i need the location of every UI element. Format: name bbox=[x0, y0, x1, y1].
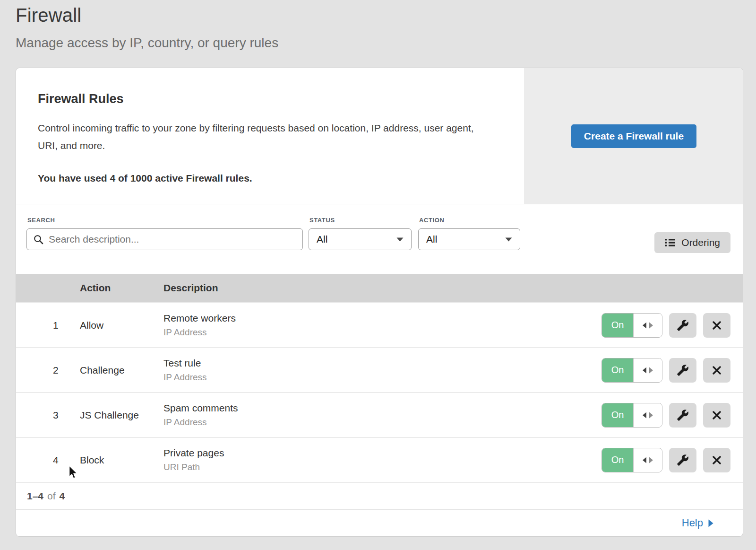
rule-description: Test rule bbox=[163, 358, 601, 369]
rule-description-cell: Test rule IP Address bbox=[163, 358, 601, 383]
delete-rule-button[interactable] bbox=[703, 313, 730, 338]
edit-rule-button[interactable] bbox=[669, 448, 696, 472]
search-box bbox=[26, 228, 303, 250]
table-row: 4 Block Private pages URI Path On bbox=[16, 437, 743, 482]
left-right-arrows-icon bbox=[642, 456, 654, 464]
page-subtitle: Manage access by IP, country, or query r… bbox=[16, 35, 756, 51]
x-icon bbox=[711, 454, 722, 466]
rule-description-cell: Private pages URI Path bbox=[163, 447, 601, 472]
rule-action: Challenge bbox=[80, 365, 163, 376]
x-icon bbox=[711, 320, 722, 331]
search-icon bbox=[34, 235, 43, 244]
action-column-header: Action bbox=[80, 282, 163, 294]
rule-toggle: On bbox=[601, 448, 662, 472]
left-right-arrows-icon bbox=[642, 367, 654, 374]
rule-description: Remote workers bbox=[163, 313, 601, 324]
action-filter-group: ACTION All bbox=[418, 217, 520, 250]
rule-controls: On bbox=[601, 403, 743, 428]
list-icon bbox=[665, 238, 675, 247]
rule-match-type: IP Address bbox=[163, 372, 601, 383]
left-right-arrows-icon bbox=[642, 322, 654, 329]
rule-match-type: IP Address bbox=[163, 417, 601, 428]
status-label: STATUS bbox=[309, 217, 412, 224]
pagination-range: 1–4 bbox=[27, 490, 43, 502]
toggle-arrows-button[interactable] bbox=[633, 358, 662, 382]
pagination-summary: 1–4 of 4 bbox=[16, 482, 743, 509]
chevron-down-icon bbox=[396, 237, 404, 242]
wrench-icon bbox=[677, 364, 689, 376]
rule-priority: 3 bbox=[16, 410, 80, 421]
status-filter-group: STATUS All bbox=[309, 217, 412, 250]
firewall-rules-card: Firewall Rules Control incoming traffic … bbox=[16, 68, 743, 537]
rule-action: Block bbox=[80, 454, 163, 466]
page-header: Firewall Manage access by IP, country, o… bbox=[0, 0, 756, 51]
rule-match-type: IP Address bbox=[163, 327, 601, 338]
status-select[interactable]: All bbox=[309, 228, 412, 250]
ordering-button[interactable]: Ordering bbox=[654, 232, 730, 253]
section-heading: Firewall Rules bbox=[38, 92, 496, 106]
search-input[interactable] bbox=[49, 234, 296, 245]
action-select[interactable]: All bbox=[418, 228, 520, 250]
edit-rule-button[interactable] bbox=[669, 403, 696, 428]
rule-description-cell: Remote workers IP Address bbox=[163, 313, 601, 338]
table-row: 1 Allow Remote workers IP Address On bbox=[16, 302, 743, 347]
ordering-button-label: Ordering bbox=[681, 237, 720, 248]
search-filter-group: SEARCH bbox=[26, 217, 303, 250]
toggle-on-button[interactable]: On bbox=[602, 314, 633, 337]
table-header: Action Description bbox=[16, 274, 743, 302]
search-label: SEARCH bbox=[27, 217, 303, 224]
help-link-label: Help bbox=[682, 517, 703, 529]
filters-bar: SEARCH STATUS All ACTION bbox=[16, 204, 743, 274]
delete-rule-button[interactable] bbox=[703, 448, 730, 472]
table-row: 2 Challenge Test rule IP Address On bbox=[16, 347, 743, 392]
section-description: Control incoming traffic to your zone by… bbox=[38, 120, 491, 155]
wrench-icon bbox=[677, 409, 689, 421]
x-icon bbox=[711, 365, 722, 376]
rule-match-type: URI Path bbox=[163, 462, 601, 472]
rule-priority: 1 bbox=[16, 320, 80, 331]
status-selected-value: All bbox=[317, 234, 327, 245]
rule-toggle: On bbox=[601, 403, 662, 428]
description-column-header: Description bbox=[163, 282, 743, 294]
rule-description-cell: Spam comments IP Address bbox=[163, 402, 601, 428]
toggle-arrows-button[interactable] bbox=[633, 448, 662, 472]
pagination-of-label: of bbox=[47, 490, 56, 502]
toggle-on-button[interactable]: On bbox=[602, 358, 633, 382]
rule-controls: On bbox=[601, 358, 743, 383]
rule-toggle: On bbox=[601, 313, 662, 338]
edit-rule-button[interactable] bbox=[669, 313, 696, 338]
help-footer: Help bbox=[16, 509, 743, 536]
rule-controls: On bbox=[601, 448, 743, 472]
action-label: ACTION bbox=[419, 217, 520, 224]
x-icon bbox=[711, 410, 722, 421]
action-selected-value: All bbox=[426, 234, 437, 245]
rule-action: JS Challenge bbox=[80, 410, 163, 421]
rule-description: Private pages bbox=[163, 447, 601, 459]
wrench-icon bbox=[677, 454, 689, 466]
rule-controls: On bbox=[601, 313, 743, 338]
intro-section: Firewall Rules Control incoming traffic … bbox=[16, 68, 743, 204]
page-title: Firewall bbox=[16, 5, 756, 26]
rule-priority: 2 bbox=[16, 365, 80, 376]
rule-priority: 4 bbox=[16, 454, 80, 466]
table-row: 3 JS Challenge Spam comments IP Address … bbox=[16, 392, 743, 437]
rule-toggle: On bbox=[601, 358, 662, 383]
chevron-down-icon bbox=[505, 237, 512, 242]
left-right-arrows-icon bbox=[642, 411, 654, 419]
rule-action: Allow bbox=[80, 320, 163, 331]
right-triangle-icon bbox=[708, 519, 713, 527]
delete-rule-button[interactable] bbox=[703, 403, 730, 428]
help-link[interactable]: Help bbox=[682, 517, 713, 529]
toggle-arrows-button[interactable] bbox=[633, 403, 662, 427]
edit-rule-button[interactable] bbox=[669, 358, 696, 383]
toggle-on-button[interactable]: On bbox=[602, 448, 633, 472]
toggle-on-button[interactable]: On bbox=[602, 403, 633, 427]
delete-rule-button[interactable] bbox=[703, 358, 730, 383]
create-firewall-rule-button[interactable]: Create a Firewall rule bbox=[571, 124, 696, 148]
wrench-icon bbox=[677, 319, 689, 332]
toggle-arrows-button[interactable] bbox=[633, 314, 662, 337]
pagination-total: 4 bbox=[60, 490, 65, 502]
rule-description: Spam comments bbox=[163, 402, 601, 414]
usage-summary: You have used 4 of 1000 active Firewall … bbox=[38, 173, 496, 184]
cta-panel: Create a Firewall rule bbox=[524, 68, 743, 204]
